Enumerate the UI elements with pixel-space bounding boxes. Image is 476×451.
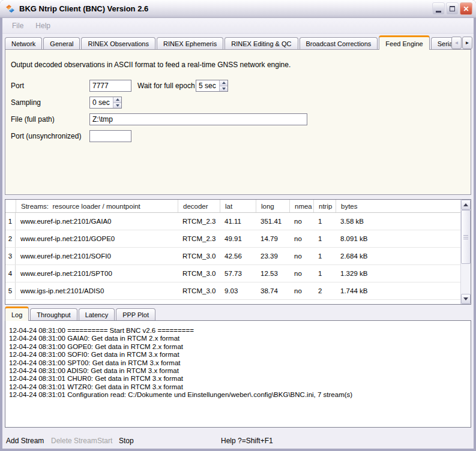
table-row[interactable]: 1 www.euref-ip.net:2101/GAIA0 RTCM_2.3 4… [5,213,460,230]
row-number: 4 [5,265,16,282]
header-nmea[interactable]: nmea [289,200,313,212]
tab-rinex-editing-qc[interactable]: RINEX Editing & QC [224,37,298,50]
cell-mountpoint: www.euref-ip.net:2101/GOPE0 [16,230,178,247]
cell-mountpoint: www.euref-ip.net:2101/GAIA0 [16,213,178,230]
scrollbar-down-button[interactable] [461,294,471,304]
tab-general[interactable]: General [43,37,80,50]
table-row[interactable]: 2 www.euref-ip.net:2101/GOPE0 RTCM_2.3 4… [5,230,460,248]
spin-up-button[interactable] [113,97,121,103]
spin-down-button[interactable] [113,103,121,109]
log-line: 12-04-24 08:31:01 Configuration read: C:… [9,391,471,399]
panel-description: Output decoded observations in ASCII for… [11,61,291,69]
header-ntrip[interactable]: ntrip [313,200,336,212]
cell-decoder: RTCM_2.3 [178,230,220,247]
streams-table-header: Streams: resource loader / mountpoint de… [5,200,460,213]
title-bar[interactable]: BKG Ntrip Client (BNC) Version 2.6 ✕ [0,0,476,18]
menu-bar: File Help [2,18,474,34]
help-shortcut-label: Help ?=Shift+F1 [221,437,273,445]
feed-engine-panel: Output decoded observations in ASCII for… [5,49,471,195]
cell-nmea: no [289,230,313,247]
header-decoder[interactable]: decoder [178,200,220,212]
tab-log[interactable]: Log [5,306,29,321]
file-path-label: File (full path) [11,113,55,125]
wait-for-full-epoch-value: 5 sec [196,80,219,91]
window-title: BKG Ntrip Client (BNC) Version 2.6 [19,4,148,13]
scrollbar-up-button[interactable] [461,200,471,210]
spin-down-button[interactable] [220,86,227,92]
tab-network[interactable]: Network [5,37,42,50]
chevron-right-icon: ► [465,40,470,46]
bottom-tab-bar: Log Throughput Latency PPP Plot [5,307,157,321]
port-input[interactable] [89,80,131,92]
arrow-down-icon [463,297,468,300]
maximize-icon [450,6,455,11]
cell-decoder: RTCM_3.0 [178,248,220,264]
tab-latency[interactable]: Latency [79,308,115,321]
tab-broadcast-corrections[interactable]: Broadcast Corrections [300,37,378,50]
stop-button[interactable]: Stop [119,437,134,445]
header-long[interactable]: long [256,200,289,212]
spin-buttons [113,97,121,108]
cell-decoder: RTCM_3.0 [178,265,220,282]
grip-icon [463,235,468,236]
table-row[interactable]: 3 www.euref-ip.net:2101/SOFI0 RTCM_3.0 4… [5,248,460,265]
cell-long: 351.41 [256,213,289,230]
tab-ppp-plot[interactable]: PPP Plot [116,308,155,321]
cell-decoder: RTCM_3.0 [178,282,220,299]
cell-mountpoint: www.igs-ip.net:2101/ADIS0 [16,282,178,299]
scrollbar-thumb[interactable] [461,210,471,264]
menu-file[interactable]: File [6,22,29,30]
cell-lat: 42.56 [220,248,256,264]
log-line: 12-04-24 08:31:00 SOFI0: Get data in RTC… [9,351,471,359]
log-line: 12-04-24 08:31:00 GOPE0: Get data in RTC… [9,343,471,351]
menu-help[interactable]: Help [29,22,56,30]
tab-throughput[interactable]: Throughput [30,308,77,321]
table-row[interactable]: 4 www.euref-ip.net:2101/SPT00 RTCM_3.0 5… [5,265,460,282]
row-number: 2 [5,230,16,247]
table-row[interactable]: 5 www.igs-ip.net:2101/ADIS0 RTCM_3.0 9.0… [5,282,460,300]
cell-long: 14.79 [256,230,289,247]
bnc-window: BKG Ntrip Client (BNC) Version 2.6 ✕ Fil… [0,0,476,451]
cell-nmea: no [289,265,313,282]
cell-lat: 9.03 [220,282,256,299]
tab-scroll-right-button[interactable]: ► [462,37,472,49]
log-line: 12-04-24 08:31:00 GAIA0: Get data in RTC… [9,335,471,342]
delete-stream-button: Delete Stream [51,437,97,445]
minimize-icon [436,11,441,13]
cell-bytes: 1.744 kB [336,282,460,299]
minimize-button[interactable] [432,2,445,15]
port-unsynchronized-input[interactable] [89,130,131,142]
sampling-spinbox[interactable]: 0 sec [89,97,122,109]
header-lat[interactable]: lat [220,200,256,212]
port-label: Port [11,80,24,92]
tab-scroll-buttons: ◄ ► [451,37,472,49]
tab-scroll-left-button[interactable]: ◄ [451,37,462,49]
spin-buttons [219,80,227,91]
maximize-button[interactable] [446,2,459,15]
cell-ntrip: 1 [313,248,336,264]
client-area: File Help Network General RINEX Observat… [2,18,474,449]
header-bytes[interactable]: bytes [336,200,460,212]
wait-for-full-epoch-spinbox[interactable]: 5 sec [196,80,228,92]
row-number: 3 [5,248,16,264]
arrow-up-icon [116,98,119,101]
tab-rinex-ephemeris[interactable]: RINEX Ephemeris [157,37,223,50]
add-stream-button[interactable]: Add Stream [6,437,44,445]
file-path-input[interactable] [89,113,307,125]
vertical-scrollbar[interactable] [460,200,471,304]
spin-up-button[interactable] [220,80,227,86]
cell-bytes: 3.58 kB [336,213,460,230]
caption-buttons: ✕ [432,2,472,15]
tab-feed-engine[interactable]: Feed Engine [379,35,429,50]
close-button[interactable]: ✕ [460,2,472,15]
log-line: 12-04-24 08:31:00 SPT00: Get data in RTC… [9,359,471,367]
arrow-up-icon [222,82,226,84]
tab-rinex-observations[interactable]: RINEX Observations [81,37,155,50]
arrow-down-icon [222,88,226,90]
header-corner [5,200,16,212]
log-panel[interactable]: 12-04-24 08:31:00 ========== Start BNC v… [5,320,471,428]
streams-table: Streams: resource loader / mountpoint de… [5,199,471,305]
port-unsynchronized-label: Port (unsynchronized) [11,130,81,142]
header-mountpoint[interactable]: Streams: resource loader / mountpoint [16,200,178,212]
cell-ntrip: 1 [313,265,336,282]
